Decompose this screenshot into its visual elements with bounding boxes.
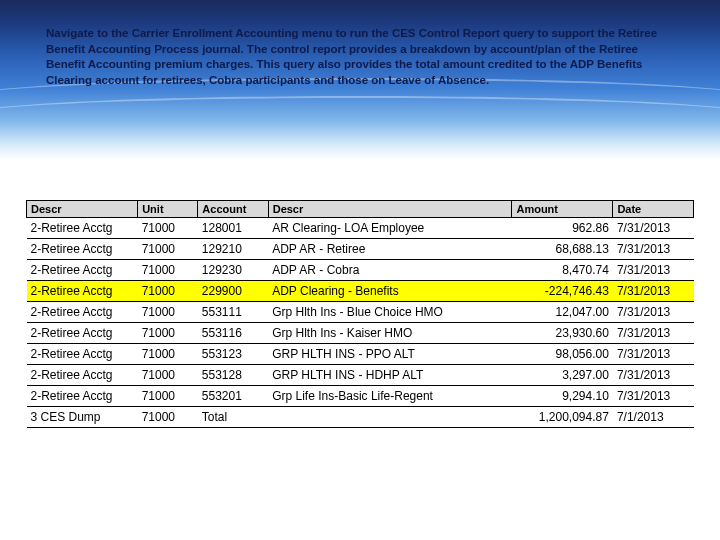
cell-account: 229900 [198, 281, 268, 302]
table-row: 2-Retiree Acctg71000129230ADP AR - Cobra… [27, 260, 694, 281]
report-table-container: Descr Unit Account Descr Amount Date 2-R… [26, 200, 694, 428]
col-header-descr1: Descr [27, 201, 138, 218]
cell-unit: 71000 [138, 281, 198, 302]
cell-account: 128001 [198, 218, 268, 239]
table-row: 2-Retiree Acctg71000553128GRP HLTH INS -… [27, 365, 694, 386]
cell-amount: 12,047.00 [512, 302, 613, 323]
cell-account: 129210 [198, 239, 268, 260]
cell-unit: 71000 [138, 365, 198, 386]
col-header-amount: Amount [512, 201, 613, 218]
table-row: 2-Retiree Acctg71000553116Grp Hlth Ins -… [27, 323, 694, 344]
cell-amount: 9,294.10 [512, 386, 613, 407]
cell-date: 7/31/2013 [613, 260, 694, 281]
cell-unit: 71000 [138, 323, 198, 344]
cell-descr2: ADP AR - Cobra [268, 260, 512, 281]
cell-date: 7/31/2013 [613, 218, 694, 239]
table-row: 2-Retiree Acctg71000553201Grp Life Ins-B… [27, 386, 694, 407]
cell-date: 7/31/2013 [613, 344, 694, 365]
cell-descr1: 2-Retiree Acctg [27, 365, 138, 386]
cell-descr1: 2-Retiree Acctg [27, 239, 138, 260]
cell-amount: -224,746.43 [512, 281, 613, 302]
col-header-date: Date [613, 201, 694, 218]
cell-descr2: ADP AR - Retiree [268, 239, 512, 260]
cell-descr2: Grp Life Ins-Basic Life-Regent [268, 386, 512, 407]
cell-date: 7/31/2013 [613, 386, 694, 407]
cell-account: 553128 [198, 365, 268, 386]
table-row: 2-Retiree Acctg71000128001AR Clearing- L… [27, 218, 694, 239]
table-row: 2-Retiree Acctg71000553123GRP HLTH INS -… [27, 344, 694, 365]
cell-descr1: 2-Retiree Acctg [27, 218, 138, 239]
cell-descr2: ADP Clearing - Benefits [268, 281, 512, 302]
cell-descr2 [268, 407, 512, 428]
cell-descr2: Grp Hlth Ins - Kaiser HMO [268, 323, 512, 344]
table-row: 2-Retiree Acctg71000553111Grp Hlth Ins -… [27, 302, 694, 323]
table-row: 2-Retiree Acctg71000129210ADP AR - Retir… [27, 239, 694, 260]
cell-amount: 3,297.00 [512, 365, 613, 386]
cell-account: 553111 [198, 302, 268, 323]
cell-descr1: 2-Retiree Acctg [27, 281, 138, 302]
cell-date: 7/31/2013 [613, 365, 694, 386]
cell-account: 553123 [198, 344, 268, 365]
cell-unit: 71000 [138, 260, 198, 281]
col-header-unit: Unit [138, 201, 198, 218]
cell-amount: 98,056.00 [512, 344, 613, 365]
cell-descr2: GRP HLTH INS - HDHP ALT [268, 365, 512, 386]
cell-account: 129230 [198, 260, 268, 281]
col-header-account: Account [198, 201, 268, 218]
instruction-text: Navigate to the Carrier Enrollment Accou… [46, 26, 674, 88]
cell-unit: 71000 [138, 302, 198, 323]
ces-control-report-table: Descr Unit Account Descr Amount Date 2-R… [26, 200, 694, 428]
cell-descr2: Grp Hlth Ins - Blue Choice HMO [268, 302, 512, 323]
cell-account: Total [198, 407, 268, 428]
cell-unit: 71000 [138, 386, 198, 407]
cell-unit: 71000 [138, 239, 198, 260]
header-banner: Navigate to the Carrier Enrollment Accou… [0, 0, 720, 160]
cell-unit: 71000 [138, 344, 198, 365]
cell-date: 7/31/2013 [613, 239, 694, 260]
cell-amount: 23,930.60 [512, 323, 613, 344]
cell-amount: 68,688.13 [512, 239, 613, 260]
cell-account: 553116 [198, 323, 268, 344]
cell-date: 7/31/2013 [613, 302, 694, 323]
cell-date: 7/31/2013 [613, 281, 694, 302]
cell-descr1: 3 CES Dump [27, 407, 138, 428]
table-row: 2-Retiree Acctg71000229900ADP Clearing -… [27, 281, 694, 302]
cell-amount: 1,200,094.87 [512, 407, 613, 428]
col-header-descr2: Descr [268, 201, 512, 218]
table-row: 3 CES Dump71000Total1,200,094.877/1/2013 [27, 407, 694, 428]
cell-amount: 8,470.74 [512, 260, 613, 281]
cell-amount: 962.86 [512, 218, 613, 239]
cell-descr1: 2-Retiree Acctg [27, 344, 138, 365]
cell-descr2: GRP HLTH INS - PPO ALT [268, 344, 512, 365]
cell-descr1: 2-Retiree Acctg [27, 323, 138, 344]
table-header-row: Descr Unit Account Descr Amount Date [27, 201, 694, 218]
cell-descr1: 2-Retiree Acctg [27, 260, 138, 281]
cell-descr1: 2-Retiree Acctg [27, 302, 138, 323]
cell-descr2: AR Clearing- LOA Employee [268, 218, 512, 239]
cell-unit: 71000 [138, 218, 198, 239]
cell-date: 7/31/2013 [613, 323, 694, 344]
cell-unit: 71000 [138, 407, 198, 428]
cell-date: 7/1/2013 [613, 407, 694, 428]
cell-descr1: 2-Retiree Acctg [27, 386, 138, 407]
cell-account: 553201 [198, 386, 268, 407]
